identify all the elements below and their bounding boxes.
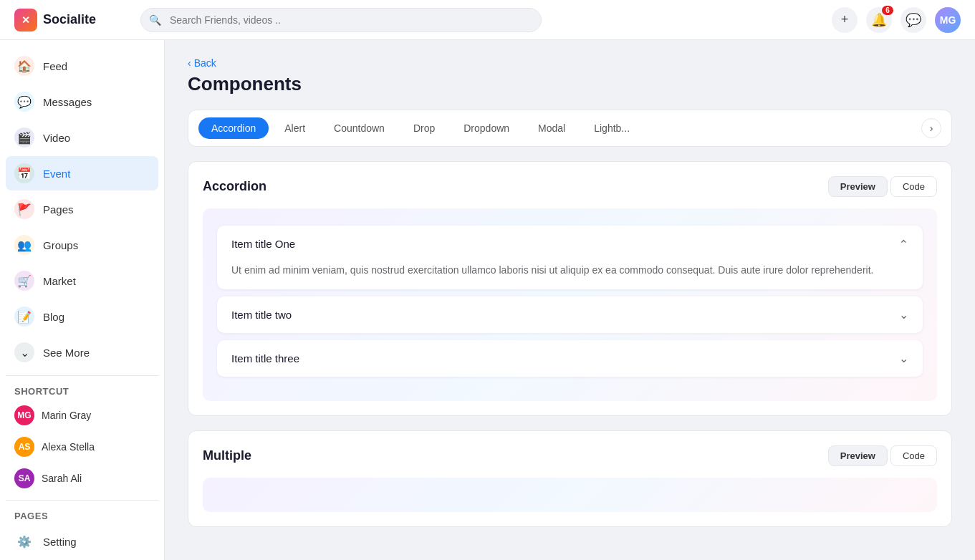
sidebar-label-seemore: See More: [43, 347, 90, 359]
tab-drop[interactable]: Drop: [400, 117, 448, 139]
chat-icon: 💬: [906, 12, 921, 28]
feed-icon: 🏠: [14, 56, 34, 76]
notification-badge: 6: [882, 6, 893, 15]
accordion-item-item1: Item title One ⌄ Ut enim ad minim veniam…: [217, 226, 923, 289]
seemore-icon: ⌄: [14, 342, 34, 362]
accordion-header-item1[interactable]: Item title One ⌄: [217, 226, 923, 262]
sidebar-divider-1: [6, 375, 158, 376]
accordion-chevron-item1: ⌄: [899, 237, 908, 251]
main-layout: 🏠 Feed 💬 Messages 🎬 Video 📅 Event 🚩 Page…: [0, 40, 975, 560]
accordion-header-item3[interactable]: Item title three ⌄: [217, 340, 923, 377]
accordion-card-title: Accordion: [203, 179, 266, 194]
accordion-chevron-item3: ⌄: [899, 352, 908, 365]
nav-actions: + 🔔 6 💬 MG: [832, 7, 961, 33]
sidebar-item-feed[interactable]: 🏠 Feed: [6, 49, 158, 83]
sidebar-item-market[interactable]: 🛒 Market: [6, 264, 158, 298]
sidebar-item-pages[interactable]: 🚩 Pages: [6, 192, 158, 226]
back-link[interactable]: ‹ Back: [188, 57, 952, 69]
add-button[interactable]: +: [832, 7, 858, 33]
tab-lightbox[interactable]: Lightb...: [581, 117, 643, 139]
accordion-preview-area: Item title One ⌄ Ut enim ad minim veniam…: [203, 208, 937, 401]
shortcut-avatar-alexa: AS: [14, 437, 34, 457]
pages-item-label-setting: Setting: [43, 536, 77, 548]
sidebar-item-seemore[interactable]: ⌄ See More: [6, 335, 158, 370]
pages-icon: 🚩: [14, 199, 34, 219]
sidebar: 🏠 Feed 💬 Messages 🎬 Video 📅 Event 🚩 Page…: [0, 40, 165, 560]
messages-icon: 💬: [14, 92, 34, 112]
search-bar: 🔍: [140, 8, 542, 32]
avatar[interactable]: MG: [935, 7, 961, 33]
tab-dropdown[interactable]: Dropdown: [451, 117, 522, 139]
tab-modal[interactable]: Modal: [525, 117, 578, 139]
tab-accordion[interactable]: Accordion: [198, 117, 269, 139]
tab-alert[interactable]: Alert: [272, 117, 318, 139]
shortcut-item-sarah[interactable]: SA Sarah Ali: [6, 463, 158, 494]
brand-icon: ✕: [14, 9, 37, 32]
multiple-card-header: Multiple Preview Code: [203, 445, 937, 466]
multiple-card-actions: Preview Code: [828, 445, 937, 466]
event-icon: 📅: [14, 163, 34, 183]
shortcut-avatar-marin: MG: [14, 405, 34, 425]
notifications-button[interactable]: 🔔 6: [866, 7, 892, 33]
multiple-preview-button[interactable]: Preview: [828, 445, 888, 466]
sidebar-label-blog: Blog: [43, 311, 64, 323]
sidebar-label-video: Video: [43, 132, 70, 144]
accordion-card-header: Accordion Preview Code: [203, 176, 937, 197]
page-title: Components: [188, 73, 952, 95]
video-icon: 🎬: [14, 127, 34, 148]
tab-scroll-button[interactable]: ›: [921, 118, 941, 138]
shortcut-item-alexa[interactable]: AS Alexa Stella: [6, 431, 158, 463]
accordion-item-item2: Item title two ⌄: [217, 296, 923, 333]
sidebar-item-event[interactable]: 📅 Event: [6, 156, 158, 190]
sidebar-item-video[interactable]: 🎬 Video: [6, 120, 158, 155]
blog-icon: 📝: [14, 306, 34, 327]
multiple-preview-area: [203, 478, 937, 512]
messages-button[interactable]: 💬: [900, 7, 926, 33]
back-label: Back: [194, 57, 216, 69]
groups-icon: 👥: [14, 235, 34, 255]
search-icon: 🔍: [149, 14, 161, 26]
multiple-card: Multiple Preview Code: [188, 430, 952, 527]
shortcut-avatar-sarah: SA: [14, 468, 34, 488]
accordion-card-actions: Preview Code: [828, 176, 937, 197]
brand-logo[interactable]: ✕ Socialite: [14, 9, 129, 32]
multiple-code-button[interactable]: Code: [890, 445, 937, 466]
code-button[interactable]: Code: [890, 176, 937, 197]
accordion-chevron-item2: ⌄: [899, 308, 908, 322]
market-icon: 🛒: [14, 271, 34, 291]
accordion-header-item2[interactable]: Item title two ⌄: [217, 296, 923, 333]
sidebar-item-blog[interactable]: 📝 Blog: [6, 299, 158, 334]
topnav: ✕ Socialite 🔍 + 🔔 6 💬 MG: [0, 0, 975, 40]
pages-section-title: Pages: [6, 506, 158, 524]
shortcut-label-sarah: Sarah Ali: [42, 473, 82, 484]
shortcut-item-marin[interactable]: MG Marin Gray: [6, 400, 158, 431]
multiple-card-title: Multiple: [203, 448, 251, 463]
content-area: ‹ Back Components AccordionAlertCountdow…: [165, 40, 975, 560]
setting-icon: ⚙️: [14, 531, 34, 551]
sidebar-item-messages[interactable]: 💬 Messages: [6, 85, 158, 119]
sidebar-label-groups: Groups: [43, 239, 78, 251]
accordion-body-item1: Ut enim ad minim veniam, quis nostrud ex…: [217, 262, 923, 289]
accordion-title-item3: Item title three: [231, 352, 299, 365]
sidebar-label-pages: Pages: [43, 203, 74, 216]
brand-name: Socialite: [43, 12, 96, 27]
accordion-title-item2: Item title two: [231, 309, 292, 321]
accordion-item-item3: Item title three ⌄: [217, 340, 923, 377]
shortcut-section-title: Shortcut: [6, 382, 158, 400]
accordion-title-item1: Item title One: [231, 238, 295, 250]
sidebar-label-messages: Messages: [43, 96, 92, 108]
back-chevron-icon: ‹: [188, 57, 191, 69]
tabs-bar: AccordionAlertCountdownDropDropdownModal…: [188, 110, 952, 147]
sidebar-label-feed: Feed: [43, 60, 67, 72]
tab-countdown[interactable]: Countdown: [321, 117, 398, 139]
sidebar-label-event: Event: [43, 168, 70, 180]
plus-icon: +: [841, 12, 849, 27]
sidebar-divider-2: [6, 500, 158, 501]
pages-item-setting[interactable]: ⚙️ Setting: [6, 524, 158, 559]
accordion-card: Accordion Preview Code Item title One ⌄ …: [188, 161, 952, 416]
search-input[interactable]: [140, 8, 542, 32]
preview-button[interactable]: Preview: [828, 176, 888, 197]
sidebar-item-groups[interactable]: 👥 Groups: [6, 228, 158, 262]
shortcut-label-marin: Marin Gray: [42, 410, 91, 421]
shortcut-label-alexa: Alexa Stella: [42, 441, 95, 453]
